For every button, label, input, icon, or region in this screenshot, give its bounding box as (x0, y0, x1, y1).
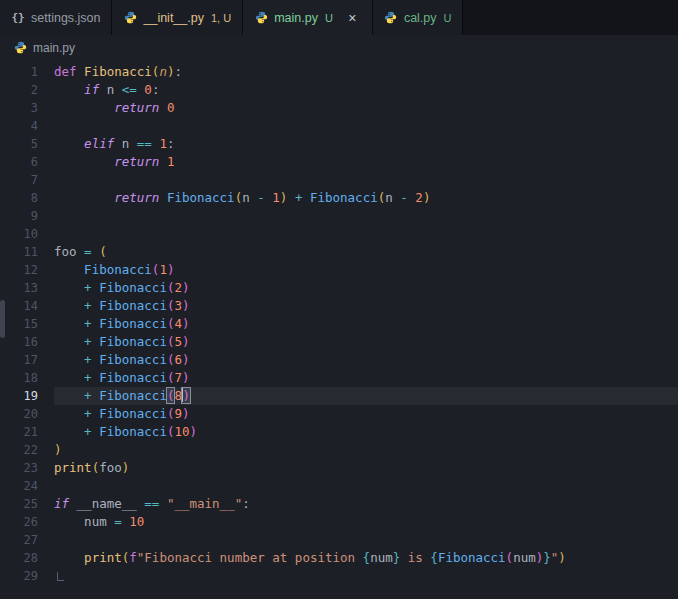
breadcrumb-item-file[interactable]: main.py (33, 41, 75, 55)
code-line[interactable]: 9 (0, 207, 678, 225)
line-number[interactable]: 6 (0, 153, 54, 171)
left-edge-indicator (0, 300, 5, 338)
git-decoration: U (444, 12, 452, 24)
code-line[interactable]: 10 (0, 225, 678, 243)
code-line[interactable]: 8 return Fibonacci(n - 1) + Fibonacci(n … (0, 189, 678, 207)
tab-label: cal.py (404, 11, 437, 25)
python-icon (123, 11, 137, 25)
code-line[interactable]: 22) (0, 441, 678, 459)
code-line[interactable]: 3 return 0 (0, 99, 678, 117)
line-number[interactable]: 20 (0, 405, 54, 423)
git-decoration: U (325, 12, 333, 24)
code-line[interactable]: 1def Fibonacci(n): (0, 63, 678, 81)
code-line[interactable]: 17 + Fibonacci(6) (0, 351, 678, 369)
line-number[interactable]: 15 (0, 315, 54, 333)
json-braces-icon: {} (11, 11, 25, 25)
line-number[interactable]: 7 (0, 171, 54, 189)
line-number[interactable]: 16 (0, 333, 54, 351)
close-icon[interactable]: × (344, 9, 361, 26)
editor-lines: 1def Fibonacci(n):2 if n <= 0:3 return 0… (0, 63, 678, 585)
code-line[interactable]: 23print(foo) (0, 459, 678, 477)
code-line[interactable]: 12 Fibonacci(1) (0, 261, 678, 279)
line-number[interactable]: 23 (0, 459, 54, 477)
tab-cal-py[interactable]: cal.pyU (373, 0, 464, 35)
breadcrumbs: main.py (0, 35, 678, 60)
tab-label: settings.json (31, 11, 100, 25)
code-line[interactable]: 27 (0, 531, 678, 549)
code-line[interactable]: 18 + Fibonacci(7) (0, 369, 678, 387)
line-number[interactable]: 22 (0, 441, 54, 459)
code-line[interactable]: 26 num = 10 (0, 513, 678, 531)
line-number[interactable]: 18 (0, 369, 54, 387)
code-line[interactable]: 13 + Fibonacci(2) (0, 279, 678, 297)
line-number[interactable]: 3 (0, 99, 54, 117)
code-line[interactable]: 29 (0, 567, 678, 585)
line-number[interactable]: 25 (0, 495, 54, 513)
tab-settings-json[interactable]: {}settings.json (0, 0, 112, 35)
code-line[interactable]: 20 + Fibonacci(9) (0, 405, 678, 423)
code-line[interactable]: 24 (0, 477, 678, 495)
tab-bar: {}settings.json__init__.py1, Umain.pyU×c… (0, 0, 678, 35)
line-number[interactable]: 14 (0, 297, 54, 315)
line-number[interactable]: 2 (0, 81, 54, 99)
git-decoration: 1, U (211, 12, 231, 24)
code-line[interactable]: 6 return 1 (0, 153, 678, 171)
code-line[interactable]: 15 + Fibonacci(4) (0, 315, 678, 333)
python-icon (14, 41, 27, 54)
editor[interactable]: 1def Fibonacci(n):2 if n <= 0:3 return 0… (0, 60, 678, 599)
tab-label: main.py (274, 11, 318, 25)
line-number[interactable]: 8 (0, 189, 54, 207)
line-number[interactable]: 4 (0, 117, 54, 135)
code-line[interactable]: 28 print(f"Fibonacci number at position … (0, 549, 678, 567)
tab-init-py[interactable]: __init__.py1, U (112, 0, 243, 35)
python-icon (384, 11, 398, 25)
line-number[interactable]: 28 (0, 549, 54, 567)
line-number[interactable]: 27 (0, 531, 54, 549)
code-line[interactable]: 11foo = ( (0, 243, 678, 261)
code-line[interactable]: 4 (0, 117, 678, 135)
line-number[interactable]: 17 (0, 351, 54, 369)
indent-corner-mark (57, 572, 64, 581)
code-line[interactable]: 21 + Fibonacci(10) (0, 423, 678, 441)
code-line[interactable]: 7 (0, 171, 678, 189)
line-number[interactable]: 11 (0, 243, 54, 261)
code-line[interactable]: 14 + Fibonacci(3) (0, 297, 678, 315)
tab-main-py[interactable]: main.pyU× (243, 0, 373, 35)
line-number[interactable]: 1 (0, 63, 54, 81)
line-number[interactable]: 26 (0, 513, 54, 531)
python-icon (254, 11, 268, 25)
line-number[interactable]: 9 (0, 207, 54, 225)
line-number[interactable]: 29 (0, 567, 54, 585)
line-number[interactable]: 24 (0, 477, 54, 495)
line-number[interactable]: 12 (0, 261, 54, 279)
line-number[interactable]: 13 (0, 279, 54, 297)
tab-label: __init__.py (143, 11, 203, 25)
code-line[interactable]: 25if __name__ == "__main__": (0, 495, 678, 513)
line-number[interactable]: 10 (0, 225, 54, 243)
line-number[interactable]: 21 (0, 423, 54, 441)
code-line[interactable]: 16 + Fibonacci(5) (0, 333, 678, 351)
code-line[interactable]: 2 if n <= 0: (0, 81, 678, 99)
code-line[interactable]: 19 + Fibonacci(8) (0, 387, 678, 405)
line-number[interactable]: 19 (0, 387, 54, 405)
code-line[interactable]: 5 elif n == 1: (0, 135, 678, 153)
vscode-window: {}settings.json__init__.py1, Umain.pyU×c… (0, 0, 678, 599)
line-number[interactable]: 5 (0, 135, 54, 153)
